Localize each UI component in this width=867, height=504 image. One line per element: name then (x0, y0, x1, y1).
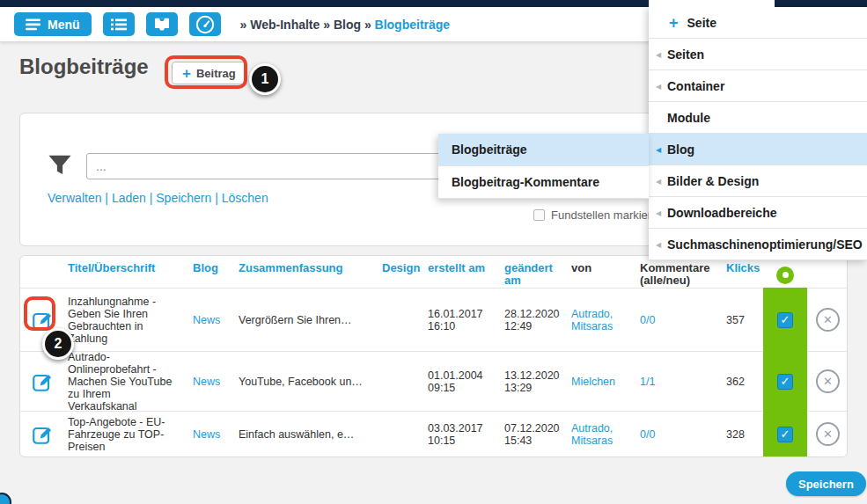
edit-icon (31, 309, 54, 332)
active-cell: ✓ (763, 288, 807, 351)
post-title: Inzahlungnahme - Geben Sie Ihren Gebrauc… (64, 288, 185, 351)
corner-help-bubble[interactable] (0, 493, 11, 504)
filter-link-manage[interactable]: Verwalten (48, 191, 101, 205)
link-separator: | (101, 191, 111, 205)
app-window: Menü » Web-Inhalte » Blog » Blogbeiträge (0, 0, 867, 504)
menu-item-module[interactable]: Module (649, 102, 867, 134)
header-design[interactable]: Design (369, 256, 422, 288)
created-date: 03.03.2017 (428, 422, 497, 435)
add-post-button[interactable]: + Beitrag (172, 62, 246, 84)
menu-item-bilder-design[interactable]: ◀ Bilder & Design (649, 165, 867, 197)
post-modified: 13.12.2020 13:29 (497, 351, 562, 411)
menu-anchor-notch (649, 0, 775, 7)
delete-cell: ✕ (807, 288, 848, 351)
post-author-link[interactable]: Mielchen (562, 351, 628, 411)
delete-cell: ✕ (807, 351, 848, 411)
post-blog-link[interactable]: News (185, 351, 232, 411)
header-created[interactable]: erstellt am (422, 256, 497, 288)
menu-item-label: Module (667, 111, 710, 125)
created-time: 10:15 (428, 435, 497, 447)
header-author: von (562, 256, 628, 288)
blog-posts-table: Titel/Überschrift Blog Zusammenfassung D… (19, 255, 848, 457)
header-title[interactable]: Titel/Überschrift (64, 256, 185, 288)
menu-item-add-seite[interactable]: + Seite (649, 7, 867, 39)
chevron-left-icon: ◀ (656, 240, 661, 248)
header-modified[interactable]: geändert am (497, 256, 562, 288)
active-checkbox[interactable]: ✓ (777, 374, 793, 390)
header-active[interactable] (763, 256, 807, 288)
submenu-item-blogbeitrag-kommentare[interactable]: Blogbeitrag-Kommentare (438, 166, 649, 199)
filter-link-delete[interactable]: Löschen (222, 191, 268, 205)
post-title: Autrado-Onlineprobefahrt - Machen Sie Yo… (64, 351, 185, 411)
close-icon: ✕ (823, 428, 833, 441)
menu-item-label: Downloadbereiche (667, 206, 776, 220)
close-icon: ✕ (823, 376, 833, 388)
post-created: 01.01.2004 09:15 (422, 351, 497, 411)
post-comments-link[interactable]: 0/0 (628, 411, 712, 457)
modified-date: 13.12.2020 (504, 369, 562, 382)
delete-post-button[interactable]: ✕ (816, 369, 840, 393)
chevron-left-icon: ◀ (656, 82, 661, 90)
filter-link-load[interactable]: Laden (112, 191, 146, 205)
menu-button[interactable]: Menü (14, 12, 92, 36)
created-date: 01.01.2004 (428, 369, 497, 382)
main-dropdown-menu: + Seite ◀ Seiten ◀ Container Module ◀ Bl… (649, 7, 867, 260)
active-status-icon (776, 267, 794, 284)
header-blog[interactable]: Blog (185, 256, 232, 288)
menu-item-blog[interactable]: ◀ Blog (649, 134, 867, 165)
post-modified: 28.12.2020 12:49 (497, 288, 562, 351)
table-row: Inzahlungnahme - Geben Sie Ihren Gebrauc… (20, 288, 847, 351)
header-delete-spacer (807, 256, 848, 288)
post-clicks: 357 (712, 288, 763, 351)
mark-results-label: Fundstellen markieren (551, 208, 665, 222)
post-modified: 07.12.2020 15:43 (497, 411, 562, 457)
mark-results-row: Fundstellen markieren (533, 208, 665, 222)
delete-cell: ✕ (807, 411, 848, 457)
post-author-link[interactable]: Autrado, Mitsaras (562, 288, 628, 351)
chevron-left-icon: ◀ (656, 208, 661, 216)
post-author-link[interactable]: Autrado, Mitsaras (562, 411, 628, 457)
active-checkbox[interactable]: ✓ (777, 312, 793, 328)
breadcrumb-current[interactable]: Blogbeiträge (375, 18, 451, 32)
active-checkbox[interactable]: ✓ (777, 427, 793, 442)
menu-item-container[interactable]: ◀ Container (649, 70, 867, 102)
menu-item-downloadbereiche[interactable]: ◀ Downloadbereiche (649, 197, 867, 229)
delete-post-button[interactable]: ✕ (816, 422, 840, 446)
table-row: Autrado-Onlineprobefahrt - Machen Sie Yo… (20, 351, 847, 411)
link-separator: | (211, 191, 221, 205)
gauge-icon (195, 15, 215, 34)
save-button[interactable]: Speichern (786, 471, 866, 496)
active-cell: ✓ (763, 411, 807, 457)
delete-post-button[interactable]: ✕ (816, 308, 840, 332)
post-design (369, 351, 422, 411)
created-date: 16.01.2017 (428, 308, 497, 320)
blog-submenu: Blogbeiträge Blogbeitrag-Kommentare (438, 134, 649, 199)
post-summary: Einfach auswählen, e… (232, 411, 369, 457)
post-comments-link[interactable]: 1/1 (628, 351, 712, 411)
header-summary[interactable]: Zusammenfassung (232, 256, 369, 288)
inbox-icon (153, 18, 171, 32)
post-comments-link[interactable]: 0/0 (628, 288, 712, 351)
menu-item-seiten[interactable]: ◀ Seiten (649, 39, 867, 70)
active-cell: ✓ (763, 351, 807, 411)
header-clicks[interactable]: Klicks (712, 256, 763, 288)
filter-link-save[interactable]: Speichern (156, 191, 211, 205)
post-blog-link[interactable]: News (185, 288, 232, 351)
list-view-button[interactable] (103, 12, 135, 36)
submenu-item-blogbeitraege[interactable]: Blogbeiträge (438, 134, 649, 166)
check-icon: ✓ (781, 428, 790, 441)
created-time: 16:10 (428, 320, 497, 332)
post-blog-link[interactable]: News (185, 411, 232, 457)
mark-results-checkbox[interactable] (533, 209, 545, 221)
edit-icon (31, 423, 54, 446)
menu-item-label: Bilder & Design (667, 174, 759, 188)
check-icon: ✓ (781, 314, 790, 326)
menu-item-label: Suchmaschinenoptimierung/SEO (667, 237, 863, 252)
edit-post-button[interactable] (20, 411, 64, 457)
menu-item-seo[interactable]: ◀ Suchmaschinenoptimierung/SEO (649, 229, 867, 260)
plus-icon: + (182, 66, 191, 81)
dashboard-button[interactable] (189, 12, 221, 36)
inbox-button[interactable] (146, 12, 178, 36)
edit-post-button[interactable] (20, 351, 64, 411)
created-time: 09:15 (428, 382, 497, 394)
